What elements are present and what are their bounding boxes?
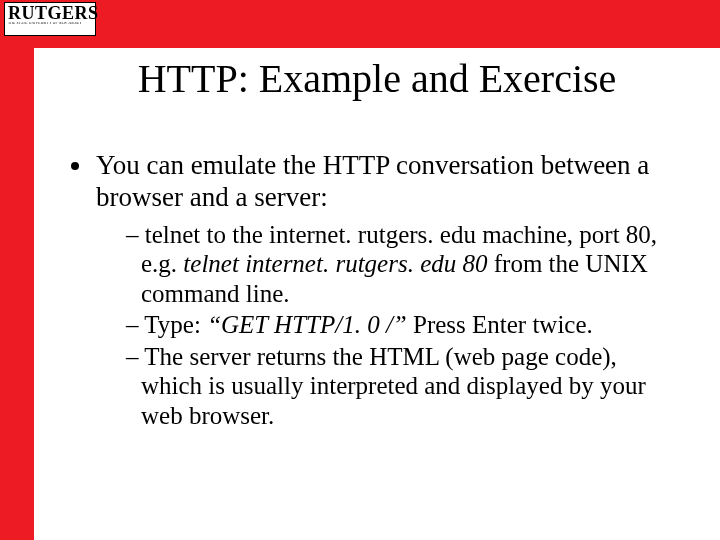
sub-item-text: The server returns the HTML (web page co… bbox=[141, 343, 646, 429]
sub-item-text: Type: bbox=[144, 311, 207, 338]
logo-main-text: RUTGERS bbox=[8, 4, 92, 22]
logo-sub-text: THE STATE UNIVERSITY OF NEW JERSEY bbox=[8, 22, 92, 26]
list-item: You can emulate the HTTP conversation be… bbox=[94, 150, 676, 430]
list-item: The server returns the HTML (web page co… bbox=[126, 342, 676, 431]
list-item: telnet to the internet. rutgers. edu mac… bbox=[126, 220, 676, 309]
side-band bbox=[0, 0, 34, 540]
slide-title: HTTP: Example and Exercise bbox=[34, 55, 720, 102]
sub-item-code: “GET HTTP/1. 0 /” bbox=[207, 311, 407, 338]
header-band bbox=[0, 0, 720, 48]
sub-item-text: Press Enter twice. bbox=[407, 311, 593, 338]
rutgers-logo: RUTGERS THE STATE UNIVERSITY OF NEW JERS… bbox=[4, 2, 96, 36]
slide-body: You can emulate the HTTP conversation be… bbox=[66, 150, 676, 448]
sub-item-code: telnet internet. rutgers. edu 80 bbox=[183, 250, 487, 277]
bullet-text: You can emulate the HTTP conversation be… bbox=[96, 150, 649, 212]
list-item: Type: “GET HTTP/1. 0 /” Press Enter twic… bbox=[126, 310, 676, 340]
